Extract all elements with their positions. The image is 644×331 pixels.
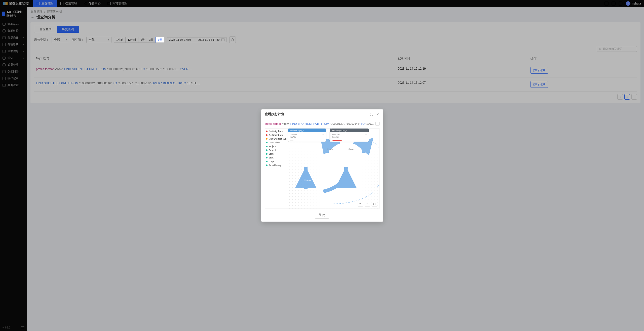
legend-item: Start: [266, 153, 287, 155]
legend-item: Project: [266, 149, 287, 151]
legend-item: GetNeighbors: [266, 130, 287, 133]
svg-text:2 rows: 2 rows: [349, 148, 355, 150]
node-pt2[interactable]: PassThrough_2 totalTime—inputVar—: [288, 129, 326, 142]
legend-item: DataCollect: [266, 141, 287, 144]
legend-label: DataCollect: [269, 141, 281, 144]
q-seg: "10000150", "10000218": [365, 122, 374, 125]
q-seg: ="row": [282, 122, 290, 125]
plan-area: GetNeighborsGetNeighborsMultiShortestPat…: [265, 128, 380, 209]
legend-label: Project: [269, 149, 276, 151]
legend-dot: [266, 138, 268, 140]
copy-button[interactable]: [375, 122, 380, 126]
fullscreen-icon[interactable]: ⛶: [370, 112, 373, 116]
legend-label: GetNeighbors: [269, 130, 283, 133]
modal-title: 查看执行计划: [265, 112, 284, 116]
legend-dot: [266, 131, 268, 132]
q-seg: "10000132", "10000146": [330, 122, 360, 125]
operator-legend: GetNeighborsGetNeighborsMultiShortestPat…: [265, 129, 288, 209]
legend-item: Loop: [266, 160, 287, 163]
node-gn4[interactable]: GetNeighbors_4 totalTime—inputVar—: [331, 129, 369, 142]
legend-dot: [266, 134, 268, 136]
q-seg: TO: [361, 122, 365, 125]
execution-plan-modal: 查看执行计划 ⛶ ✕ profile format ="row" FIND SH…: [261, 109, 383, 222]
legend-item: PassThrough: [266, 164, 287, 167]
zoom-out[interactable]: −: [365, 201, 370, 206]
legend-label: Project: [269, 145, 276, 148]
legend-label: Loop: [269, 160, 274, 163]
legend-dot: [266, 146, 268, 147]
node-title: PassThrough_2: [288, 129, 326, 132]
close-icon[interactable]: ✕: [376, 112, 380, 116]
zoom-in[interactable]: +: [358, 201, 363, 206]
legend-label: GetNeighbors: [269, 134, 283, 136]
zoom-controls: + − ↕↕: [358, 201, 377, 206]
legend-item: Start: [266, 156, 287, 159]
legend-dot: [266, 157, 268, 158]
plan-graph[interactable]: 0 rows 2 rows 25 rows 17 rows MultiShort…: [288, 129, 379, 209]
node-title: GetNeighbors_4: [331, 129, 369, 132]
legend-item: GetNeighbors: [266, 134, 287, 136]
legend-dot: [266, 161, 268, 162]
svg-text:25 rows: 25 rows: [304, 179, 311, 181]
legend-item: MultiShortestPath: [266, 138, 287, 140]
legend-label: Start: [269, 153, 274, 155]
legend-dot: [266, 153, 268, 155]
svg-text:17 rows: 17 rows: [325, 179, 332, 181]
legend-label: Start: [269, 156, 274, 159]
legend-item: Project: [266, 145, 287, 148]
svg-text:0 rows: 0 rows: [327, 148, 333, 150]
legend-dot: [266, 149, 268, 151]
modal-close-button[interactable]: 关 闭: [315, 212, 329, 219]
zoom-fit[interactable]: ↕↕: [372, 201, 377, 206]
q-seg: profile format: [265, 122, 281, 125]
legend-label: PassThrough: [269, 164, 282, 167]
q-seg: FIND SHORTEST PATH FROM: [290, 122, 329, 125]
legend-label: MultiShortestPath: [269, 138, 287, 140]
modal-query: profile format ="row" FIND SHORTEST PATH…: [265, 122, 380, 126]
legend-dot: [266, 142, 268, 143]
legend-dot: [266, 164, 268, 166]
range-btn[interactable]: 7天: [156, 37, 164, 43]
